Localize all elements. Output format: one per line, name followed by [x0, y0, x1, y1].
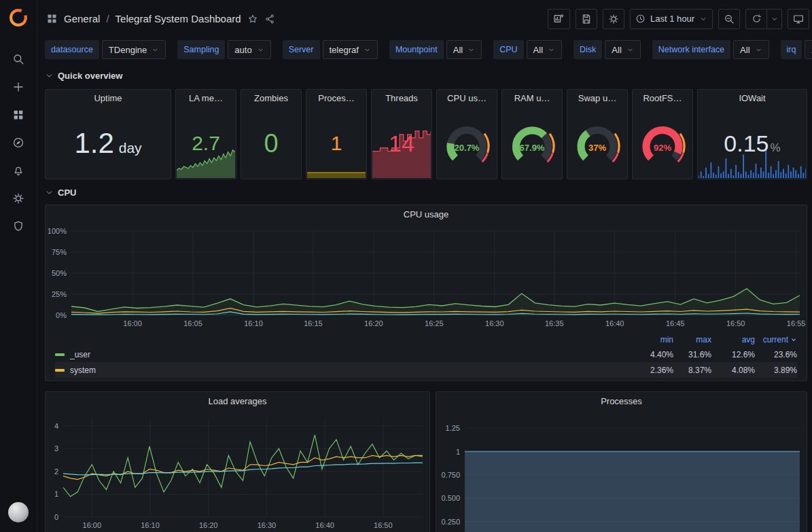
legend-value-avg: 12.6%	[711, 350, 755, 359]
variable-value-dropdown[interactable]: All	[527, 40, 562, 59]
panel-title[interactable]: IOWait	[698, 90, 807, 107]
dashboard-settings-button[interactable]	[603, 9, 624, 29]
variable-value-dropdown[interactable]: All	[733, 40, 769, 59]
swap-gauge: 37%	[570, 107, 624, 177]
cpu-usage-chart[interactable]: 0%25%50%75%100%16:0016:0516:1016:1516:20…	[46, 224, 807, 332]
row-cpu[interactable]: CPU	[45, 185, 807, 199]
svg-text:16:10: 16:10	[244, 319, 263, 327]
legend-sort-min[interactable]: min	[635, 335, 673, 344]
variable-label: Mountpoint	[389, 40, 444, 59]
legend-value-current: 1.24%	[755, 381, 797, 383]
variable-value-dropdown[interactable]: telegraf	[323, 40, 378, 59]
refresh-button[interactable]	[745, 9, 767, 29]
alerting-bell-icon[interactable]	[12, 164, 24, 177]
svg-text:1: 1	[54, 490, 58, 498]
row-quick-overview[interactable]: Quick overview	[45, 69, 807, 82]
panel-rootfs-gauge: RootFS… 92%	[632, 89, 693, 179]
configuration-gear-icon[interactable]	[12, 192, 24, 205]
variable-value-dropdown[interactable]: All	[446, 40, 482, 59]
svg-text:0%: 0%	[56, 311, 67, 319]
star-icon[interactable]	[247, 14, 258, 24]
chevron-down-icon	[467, 46, 475, 54]
breadcrumb-folder[interactable]: General	[64, 13, 100, 24]
svg-text:16:20: 16:20	[364, 319, 383, 327]
variable-value-dropdown[interactable]: All	[805, 40, 812, 59]
chevron-down-icon	[364, 46, 371, 54]
share-icon[interactable]	[264, 14, 275, 24]
panel-title[interactable]: Processes	[436, 392, 807, 411]
dashboards-grid-icon[interactable]	[12, 109, 24, 121]
panel-cpu-usage-gauge: CPU us… 20.7%	[436, 89, 497, 179]
chevron-down-icon	[152, 46, 159, 54]
rootfs-gauge: 92%	[635, 107, 690, 177]
breadcrumb-dashboard-title[interactable]: Telegraf System Dashboard	[116, 13, 241, 24]
server-admin-shield-icon[interactable]	[12, 220, 24, 232]
breadcrumb-separator: /	[106, 13, 109, 24]
svg-text:75%: 75%	[52, 248, 67, 256]
add-panel-button[interactable]	[548, 9, 570, 29]
chevron-down-icon	[45, 71, 54, 80]
svg-text:16:55: 16:55	[787, 319, 806, 327]
cycle-view-button[interactable]	[788, 9, 809, 29]
panel-title[interactable]: Threads	[372, 90, 431, 107]
svg-text:16:20: 16:20	[199, 521, 218, 529]
variable-value-dropdown[interactable]: TDengine	[102, 40, 166, 59]
svg-text:0.250: 0.250	[441, 518, 460, 526]
panel-uptime: Uptime 1.2 day	[45, 89, 171, 179]
legend-header: min max avg current	[55, 333, 797, 347]
panel-processes-stat: Proces… 1	[306, 89, 367, 179]
legend-series-label[interactable]: iowait	[70, 381, 91, 383]
svg-text:16:30: 16:30	[258, 521, 277, 529]
legend-row: _user 4.40% 31.6% 12.6% 23.6%	[55, 347, 797, 362]
variable-label: irq	[781, 40, 802, 59]
processes-value: 1	[331, 133, 342, 154]
variable-label: Sampling	[177, 40, 225, 59]
svg-text:1.25: 1.25	[446, 424, 460, 432]
panel-title[interactable]: Proces…	[306, 90, 366, 107]
svg-text:16:15: 16:15	[304, 319, 323, 327]
legend-sort-current[interactable]: current	[755, 335, 797, 344]
panel-title[interactable]: LA me…	[176, 90, 236, 107]
panel-title[interactable]: Zombies	[241, 90, 301, 107]
panel-title[interactable]: RAM u…	[502, 90, 562, 107]
la-value: 2.7	[192, 133, 220, 154]
panel-title[interactable]: Uptime	[46, 90, 171, 107]
svg-text:1: 1	[456, 448, 460, 456]
panel-title[interactable]: Load averages	[46, 392, 429, 411]
legend-sort-max[interactable]: max	[673, 335, 711, 344]
panel-la-medium: LA me… 2.7	[175, 89, 236, 179]
uptime-value: 1.2 day	[74, 129, 141, 158]
variable-value-dropdown[interactable]: auto	[228, 40, 270, 59]
svg-text:20.7%: 20.7%	[455, 143, 480, 153]
save-dashboard-button[interactable]	[576, 9, 597, 29]
topbar: General / Telegraf System Dashboard Last	[37, 0, 812, 37]
panel-title[interactable]: Swap u…	[567, 90, 627, 107]
variable-label: Network interface	[652, 40, 730, 59]
panel-title[interactable]: RootFS…	[633, 90, 692, 107]
explore-compass-icon[interactable]	[12, 137, 24, 149]
search-icon[interactable]	[12, 53, 24, 65]
legend-value-max: 4.11%	[673, 381, 711, 383]
svg-text:0.750: 0.750	[441, 471, 460, 479]
time-range-picker[interactable]: Last 1 hour	[630, 9, 713, 29]
legend-series-label[interactable]: system	[70, 366, 96, 375]
svg-text:16:10: 16:10	[141, 521, 160, 529]
zoom-out-button[interactable]	[718, 9, 740, 29]
user-avatar[interactable]	[8, 502, 29, 522]
panel-title[interactable]: CPU us…	[437, 90, 497, 107]
variable-value-dropdown[interactable]: All	[605, 40, 640, 59]
variables-bar: datasource TDengine Sampling auto Server…	[37, 37, 812, 63]
svg-text:4: 4	[54, 422, 58, 430]
variable-mountpoint: Mountpoint All	[389, 40, 482, 59]
legend-sort-avg[interactable]: avg	[711, 335, 755, 344]
grafana-logo-icon[interactable]	[0, 0, 37, 35]
create-plus-icon[interactable]	[12, 81, 24, 93]
load-averages-chart[interactable]: 0123416:0016:1016:2016:3016:4016:50	[46, 411, 429, 532]
panel-ram-usage-gauge: RAM u… 67.9%	[501, 89, 563, 179]
time-range-label: Last 1 hour	[650, 14, 694, 24]
legend-series-label[interactable]: _user	[70, 350, 90, 359]
refresh-interval-dropdown[interactable]	[767, 9, 782, 29]
svg-text:16:50: 16:50	[374, 521, 393, 529]
processes-chart[interactable]: 0.2500.5000.75011.25	[436, 411, 807, 532]
panel-title[interactable]: CPU usage	[46, 205, 807, 224]
